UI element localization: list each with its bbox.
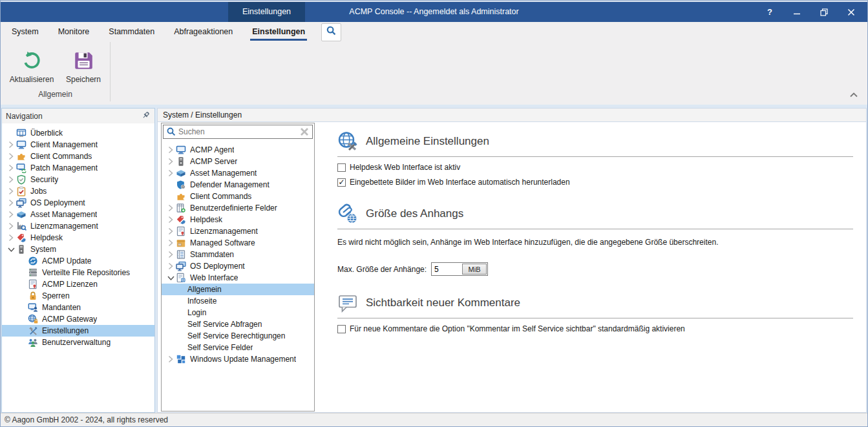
menu-item-system[interactable]: System xyxy=(2,22,48,42)
tags-icon xyxy=(176,214,186,225)
nav-item-sperren[interactable]: Sperren xyxy=(2,290,154,302)
aktualisieren-button[interactable]: Aktualisieren xyxy=(8,47,55,87)
settings-item-lizenzmanagement[interactable]: Lizenzmanagement xyxy=(162,225,314,237)
clear-search-icon[interactable] xyxy=(299,127,310,137)
globe-tools-icon xyxy=(337,131,358,152)
monitor-icon xyxy=(16,140,26,150)
nav-item-client-management[interactable]: Client Management xyxy=(2,139,154,151)
chevron-right-icon[interactable] xyxy=(165,203,176,213)
chevron-right-icon[interactable] xyxy=(6,209,16,220)
search-input[interactable] xyxy=(178,127,299,136)
titlebar-active-tab[interactable]: Einstellungen xyxy=(228,2,305,22)
chevron-right-icon[interactable] xyxy=(6,174,16,185)
nav-item-helpdesk[interactable]: Helpdesk xyxy=(2,232,154,244)
settings-item-client-commands[interactable]: Client Commands xyxy=(162,191,314,202)
settings-item-web-interface[interactable]: Web Interface xyxy=(162,272,314,284)
settings-item-defender-management[interactable]: Defender Management xyxy=(162,179,314,191)
chevron-right-icon[interactable] xyxy=(6,233,16,243)
checked-checkbox-icon[interactable]: ✓ xyxy=(337,178,346,187)
chevron-right-icon[interactable] xyxy=(6,186,16,196)
nav-item-jobs[interactable]: Jobs xyxy=(2,185,154,197)
menu-item-monitore[interactable]: Monitore xyxy=(48,22,100,42)
checkbox-eingebettete-bilder-im-web-interface-aut[interactable]: ✓Eingebettete Bilder im Web Interface au… xyxy=(337,178,853,187)
nav-item-patch-management[interactable]: Patch Management xyxy=(2,162,154,174)
settings-item-acmp-agent[interactable]: ACMP Agent xyxy=(162,144,314,156)
checkbox-fur-neue-kommentare-die-option-kommentar[interactable]: Für neue Kommentare die Option "Kommenta… xyxy=(337,324,853,333)
nav-item-client-commands[interactable]: Client Commands xyxy=(2,151,154,162)
chevron-right-icon[interactable] xyxy=(6,198,16,208)
settings-item-self-service-berechtigungen[interactable]: Self Service Berechtigungen xyxy=(162,330,314,342)
unchecked-checkbox-icon[interactable] xyxy=(337,325,346,333)
chevron-right-icon[interactable] xyxy=(165,168,176,178)
ribbon-search-button[interactable] xyxy=(321,23,341,41)
section-title: Allgemeine Einstellungen xyxy=(366,135,489,148)
speichern-button[interactable]: Speichern xyxy=(60,47,107,87)
chevron-right-icon[interactable] xyxy=(165,226,176,236)
menu-item-stammdaten[interactable]: Stammdaten xyxy=(99,22,164,42)
chevron-down-icon[interactable] xyxy=(165,273,176,283)
nav-item-benutzerverwaltung[interactable]: Benutzerverwaltung xyxy=(2,337,154,348)
puzzle-icon xyxy=(176,191,186,202)
checkbox-helpdesk-web-interface-ist-aktiv[interactable]: Helpdesk Web Interface ist aktiv xyxy=(337,163,853,172)
section-divider xyxy=(337,156,853,157)
settings-item-benutzerdefinierte-felder[interactable]: Benutzerdefinierte Felder xyxy=(162,202,314,214)
nav-item-acmp-gateway[interactable]: ACMP Gateway xyxy=(2,313,154,325)
settings-item-managed-software[interactable]: Managed Software xyxy=(162,237,314,249)
chevron-right-icon[interactable] xyxy=(165,249,176,260)
tags-icon xyxy=(16,233,26,243)
settings-item-infoseite[interactable]: Infoseite xyxy=(162,295,314,307)
menu-item-einstellungen[interactable]: Einstellungen xyxy=(242,22,315,42)
pin-icon[interactable] xyxy=(141,110,151,122)
chevron-right-icon[interactable] xyxy=(6,163,16,173)
settings-item-acmp-server[interactable]: ACMP Server xyxy=(162,156,314,167)
list-icon xyxy=(176,249,186,260)
nav-item-os-deployment[interactable]: OS Deployment xyxy=(2,197,154,209)
chevron-down-icon[interactable] xyxy=(6,244,16,255)
settings-item-asset-management[interactable]: Asset Management xyxy=(162,167,314,179)
settings-item-os-deployment[interactable]: OS Deployment xyxy=(162,260,314,272)
chevron-right-icon[interactable] xyxy=(165,261,176,271)
expander-spacer xyxy=(177,307,187,318)
factory-search-icon xyxy=(16,221,26,231)
puzzle-icon xyxy=(16,151,26,161)
collapse-ribbon-button[interactable] xyxy=(848,90,860,99)
maximize-restore-icon[interactable] xyxy=(810,2,838,22)
nav-item-uberblick[interactable]: Überblick xyxy=(2,127,154,139)
settings-item-windows-update-management[interactable]: Windows Update Management xyxy=(162,353,314,365)
settings-item-allgemein[interactable]: Allgemein xyxy=(162,284,314,295)
nav-item-mandanten[interactable]: Mandanten xyxy=(2,302,154,313)
nav-item-asset-management[interactable]: Asset Management xyxy=(2,209,154,220)
unchecked-checkbox-icon[interactable] xyxy=(337,163,346,172)
close-icon[interactable] xyxy=(838,2,865,22)
settings-item-stammdaten[interactable]: Stammdaten xyxy=(162,249,314,260)
nav-item-lizenzmanagement[interactable]: Lizenzmanagement xyxy=(2,220,154,232)
chevron-right-icon[interactable] xyxy=(6,151,16,161)
nav-item-verteilte-file-repositories[interactable]: Verteilte File Repositories xyxy=(2,267,154,278)
expander-spacer xyxy=(17,256,28,266)
chevron-right-icon[interactable] xyxy=(165,156,176,167)
minimize-icon[interactable] xyxy=(783,2,810,22)
monitors-icon xyxy=(16,198,26,208)
chevron-right-icon[interactable] xyxy=(6,221,16,231)
settings-item-helpdesk[interactable]: Helpdesk xyxy=(162,214,314,225)
chevron-right-icon[interactable] xyxy=(6,140,16,150)
nav-item-security[interactable]: Security xyxy=(2,174,154,185)
nav-item-acmp-update[interactable]: ACMP Update xyxy=(2,255,154,267)
chevron-right-icon[interactable] xyxy=(165,145,176,155)
main-area: Navigation ÜberblickClient ManagementCli… xyxy=(1,105,867,413)
chevron-right-icon[interactable] xyxy=(165,238,176,248)
breadcrumb: System / Einstellungen xyxy=(157,108,867,122)
acmp-console-window: Einstellungen ACMP Console -- Angemeldet… xyxy=(0,0,868,427)
settings-item-self-service-felder[interactable]: Self Service Felder xyxy=(162,342,314,353)
settings-item-login[interactable]: Login xyxy=(162,307,314,318)
server-rack-icon xyxy=(28,267,38,278)
chevron-right-icon[interactable] xyxy=(165,214,176,225)
nav-item-acmp-lizenzen[interactable]: ACMP Lizenzen xyxy=(2,278,154,290)
help-icon[interactable]: ? xyxy=(756,2,783,22)
settings-item-self-service-abfragen[interactable]: Self Service Abfragen xyxy=(162,318,314,330)
size-unit-button[interactable]: MiB xyxy=(462,264,487,275)
menu-item-abfrageaktionen[interactable]: Abfrageaktionen xyxy=(164,22,242,42)
chevron-right-icon[interactable] xyxy=(165,354,176,364)
nav-item-system[interactable]: System xyxy=(2,244,154,255)
nav-item-einstellungen[interactable]: Einstellungen xyxy=(2,325,154,337)
